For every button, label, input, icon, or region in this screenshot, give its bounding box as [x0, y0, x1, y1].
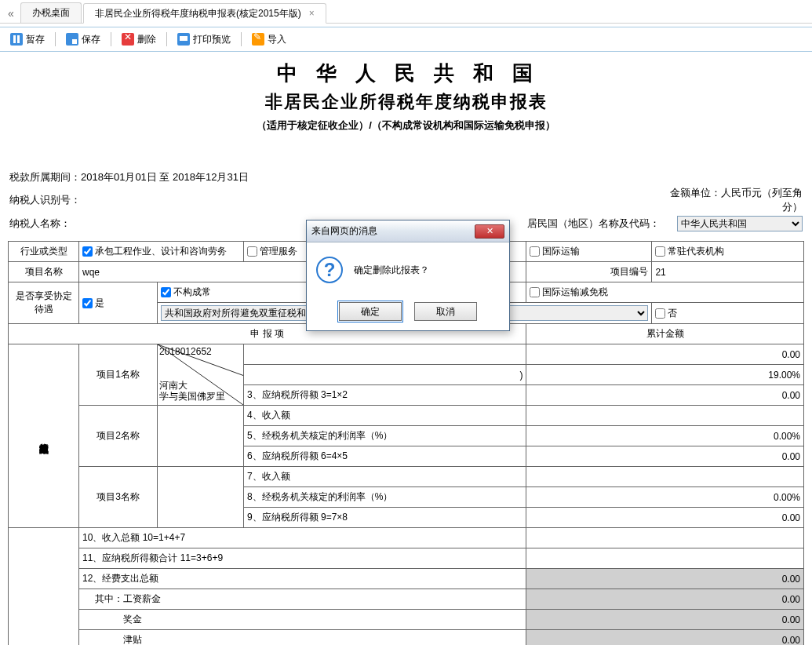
toolbar: 暂存 保存 删除 打印预览 导入: [0, 27, 812, 52]
line-3: 3、应纳税所得额 3=1×2: [244, 385, 526, 406]
project-name-label: 项目名称: [9, 262, 79, 282]
line-6: 6、应纳税所得额 6=4×5: [244, 446, 526, 467]
question-icon: ?: [316, 257, 343, 283]
value-1: 0.00: [526, 344, 804, 365]
line-8: 8、经税务机关核定的利润率（%）: [244, 487, 526, 508]
print-preview-button[interactable]: 打印预览: [172, 30, 236, 49]
save-icon: [66, 33, 78, 46]
tab-label: 非居民企业所得税年度纳税申报表(核定2015年版): [95, 7, 301, 20]
line-10: 10、收入总额 10=1+4+7: [79, 528, 526, 548]
value-12c: 0.00: [526, 630, 804, 646]
chk-no[interactable]: [655, 308, 665, 319]
chk-label: 常驻代表机构: [668, 246, 724, 257]
close-icon[interactable]: ×: [309, 8, 315, 19]
tab-label: 办税桌面: [32, 6, 70, 20]
value-7[interactable]: [526, 467, 804, 487]
form-subtitle: （适用于核定征收企业）/（不构成常设机构和国际运输免税申报）: [8, 118, 804, 133]
period-value: 2018年01月01日 至 2018年12月31日: [81, 171, 249, 183]
dialog-close-button[interactable]: ✕: [475, 224, 504, 239]
value-12: 0.00: [526, 569, 804, 589]
pause-button[interactable]: 暂存: [5, 30, 50, 49]
chk-label: 不构成常: [173, 286, 211, 297]
label: 暂存: [26, 33, 45, 46]
tab-taxform[interactable]: 非居民企业所得税年度纳税申报表(核定2015年版) ×: [83, 3, 326, 24]
value-5: 0.00%: [526, 426, 804, 446]
chk-label: 是: [95, 297, 104, 308]
dialog-ok-button[interactable]: 确定: [339, 302, 402, 321]
value-2: 19.00%: [526, 365, 804, 385]
line-12b: 奖金: [79, 610, 526, 630]
value-3: 0.00: [526, 385, 804, 406]
dialog-cancel-button[interactable]: 取消: [414, 302, 477, 321]
label: 删除: [137, 33, 156, 46]
pause-icon: [10, 33, 23, 46]
chk-label: 国际运输减免税: [542, 286, 608, 297]
chk-contract[interactable]: [82, 246, 93, 257]
import-icon: [252, 33, 264, 46]
project3-name: 项目3名称: [79, 467, 158, 528]
line-9: 9、应纳税所得额 9=7×8: [244, 508, 526, 528]
agreement-label: 是否享受协定待遇: [9, 282, 79, 324]
project1-name: 项目1名称: [79, 344, 158, 406]
line-12a: 其中：工资薪金: [79, 589, 526, 610]
delete-icon: [122, 33, 134, 46]
country-title: 中华人民共和国: [8, 60, 804, 87]
taxpayer-id-label: 纳税人识别号：: [9, 186, 427, 214]
resident-country-select[interactable]: 中华人民共和国: [677, 216, 803, 231]
form-title: 非居民企业所得税年度纳税申报表: [8, 90, 804, 114]
value-6: 0.00: [526, 446, 804, 467]
dialog-message: 确定删除此报表？: [354, 264, 429, 277]
save-button[interactable]: 保存: [60, 30, 106, 49]
project-code-label: 项目编号: [526, 262, 652, 282]
delete-button[interactable]: 删除: [116, 30, 162, 49]
label: 打印预览: [193, 33, 231, 46]
line-7: 7、收入额: [244, 467, 526, 487]
dialog-title: 来自网页的消息: [311, 224, 377, 238]
value-11[interactable]: [526, 548, 804, 569]
label: 导入: [268, 33, 286, 46]
chk-manage[interactable]: [247, 246, 257, 257]
chk-label: 国际运输: [542, 246, 580, 257]
chk-noestablish[interactable]: [161, 287, 171, 297]
resident-country-label: 居民国（地区）名称及代码：: [527, 217, 660, 229]
confirm-dialog: 来自网页的消息 ✕ ? 确定删除此报表？ 确定 取消: [306, 220, 510, 331]
side-section-label: 按收入总额核定应纳税所得额的计算: [9, 344, 79, 528]
line-12: 12、经费支出总额: [79, 569, 526, 589]
label: 保存: [82, 33, 100, 46]
chk-label: 管理服务: [260, 246, 297, 257]
chk-yes[interactable]: [82, 298, 93, 308]
value-10[interactable]: [526, 528, 804, 548]
value-12a: 0.00: [526, 589, 804, 610]
industry-label: 行业或类型: [9, 242, 79, 262]
project2-name: 项目2名称: [79, 406, 158, 467]
currency-unit: 金额单位：人民币元（列至角分）: [661, 186, 803, 214]
line-12c: 津贴: [79, 630, 526, 646]
line-11: 11、应纳税所得额合计 11=3+6+9: [79, 548, 526, 569]
line-5: 5、经税务机关核定的利润率（%）: [244, 426, 526, 446]
value-8: 0.00%: [526, 487, 804, 508]
chk-intl-transport[interactable]: [530, 246, 540, 257]
project-code-input[interactable]: [655, 267, 800, 278]
p1-v1: 2018012652: [159, 346, 212, 357]
tab-bar: « 办税桌面 非居民企业所得税年度纳税申报表(核定2015年版) ×: [0, 0, 812, 24]
line-4: 4、收入额: [244, 406, 526, 426]
value-9: 0.00: [526, 508, 804, 528]
tab-desktop[interactable]: 办税桌面: [20, 2, 82, 23]
chk-label: 否: [668, 308, 677, 319]
period-label: 税款所属期间：: [9, 171, 81, 183]
value-12b: 0.00: [526, 610, 804, 630]
chk-rep-office[interactable]: [655, 246, 665, 257]
chk-intl-exempt[interactable]: [530, 287, 540, 297]
title-block: 中华人民共和国 非居民企业所得税年度纳税申报表 （适用于核定征收企业）/（不构成…: [8, 60, 804, 133]
p1-v3: 学与美国佛罗里: [159, 390, 225, 403]
tabs-collapse-button[interactable]: «: [3, 4, 19, 23]
header-cumulative: 累计金额: [526, 324, 804, 344]
chk-label: 承包工程作业、设计和咨询劳务: [95, 246, 227, 257]
value-4[interactable]: [526, 406, 804, 426]
dialog-titlebar[interactable]: 来自网页的消息 ✕: [307, 220, 509, 242]
import-button[interactable]: 导入: [246, 30, 292, 49]
print-icon: [177, 33, 190, 46]
